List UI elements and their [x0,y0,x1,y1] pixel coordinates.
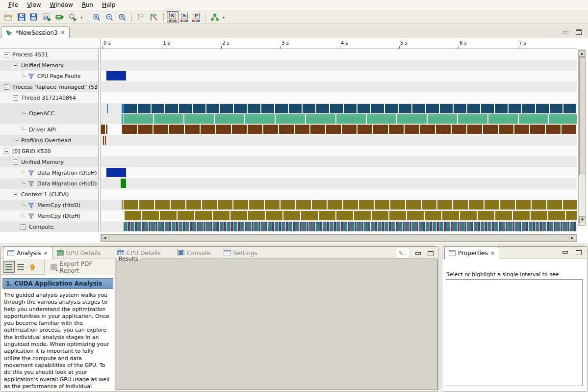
maximize-icon[interactable] [426,250,435,257]
lane-row-2[interactable] [101,71,577,81]
stream-coloring-button[interactable]: S [179,11,190,23]
up-level-icon[interactable] [26,261,38,273]
tree-row-cpu-page-faults[interactable]: CPU Page Faults [0,71,98,81]
tree-row-openacc[interactable]: OpenACC [0,103,98,124]
horizontal-scrollbar[interactable]: ◀ ▶ [101,234,577,242]
tree-row-driver-api[interactable]: Driver API [0,124,98,135]
zoom-out-icon[interactable] [103,11,116,23]
horizontal-scroll-thumb[interactable] [109,235,568,241]
lane-row-13[interactable] [101,200,577,210]
vertical-scroll-thumb[interactable] [579,57,586,174]
tree-row-memcpy-htod-[interactable]: MemCpy (HtoD) [0,200,98,210]
unguided-analysis-icon[interactable] [208,11,221,23]
tab-gpu-details[interactable]: GPU Details [53,247,105,259]
lane-row-15[interactable] [101,221,577,232]
lane-row-8[interactable] [101,146,577,157]
maximize-icon[interactable] [574,28,583,35]
flag-colored-icon[interactable] [148,11,160,23]
close-icon[interactable]: ✕ [61,29,65,36]
tree-row-data-migration-dtoh-[interactable]: Data Migration (DtoH) [0,167,98,178]
tree-row-unified-memory[interactable]: Unified Memory [0,157,98,167]
export-pdf-button[interactable]: Export PDF Report [44,260,114,275]
scroll-right-icon[interactable]: ▶ [569,235,576,241]
timeline-interval-bar[interactable] [122,114,123,124]
flag-outline-icon[interactable] [135,11,148,23]
collapse-icon[interactable] [4,84,9,90]
unguided-analysis-dropdown-icon[interactable]: ▾ [221,15,226,20]
menu-help[interactable]: Help [98,0,120,9]
tree-row-data-migration-htod-[interactable]: Data Migration (HtoD) [0,178,98,189]
lane-row-1[interactable] [101,60,577,71]
minimize-icon[interactable] [413,250,422,257]
profile-application-icon[interactable] [41,11,53,23]
timeline-interval-bar[interactable] [105,136,106,145]
show-timeline-icon[interactable] [53,11,66,23]
menu-file[interactable]: File [4,0,23,9]
collapse-icon[interactable] [13,63,18,68]
menu-run[interactable]: Run [77,0,98,9]
collapse-icon[interactable] [13,192,18,197]
scroll-left-icon[interactable]: ◀ [101,235,108,241]
timeline-interval-bar[interactable] [124,104,577,113]
collapse-icon[interactable] [13,159,18,165]
close-icon[interactable]: ✕ [490,250,495,257]
lane-row-0[interactable] [101,49,577,60]
timeline-interval-bar[interactable] [103,136,104,145]
lane-row-4[interactable] [101,92,577,103]
minimize-icon[interactable] [561,28,570,35]
lane-row-7[interactable] [101,135,577,146]
tree-row-context-1-cuda-[interactable]: Context 1 (CUDA) [0,189,98,200]
maximize-icon[interactable] [574,249,583,256]
pin-editor-icon[interactable]: ✎.. [396,248,409,259]
tab-analysis[interactable]: Analysis✕ [3,247,52,259]
timeline-interval-bar[interactable] [121,179,126,188]
timeline-interval-bar[interactable] [122,125,577,134]
save-icon[interactable] [15,11,28,23]
run-analysis-icon[interactable] [66,11,79,23]
tab-console[interactable]: Console [174,247,214,259]
lane-row-9[interactable] [101,157,577,167]
timeline-interval-bar[interactable] [106,125,107,134]
collapse-icon[interactable] [4,149,9,154]
run-analysis-dropdown-icon[interactable]: ▾ [79,15,84,20]
timeline-interval-bar[interactable] [106,71,126,80]
tree-row-memcpy-dtoh-[interactable]: MemCpy (DtoH) [0,210,98,221]
scroll-down-icon[interactable]: ▼ [579,216,586,223]
timeline-interval-bar[interactable] [122,200,123,209]
tree-row-profiling-overhead[interactable]: Profiling Overhead [0,135,98,146]
scroll-up-icon[interactable]: ▲ [579,50,585,57]
timeline-interval-bar[interactable] [101,125,105,134]
tree-row-thread-3172140864[interactable]: Thread 3172140864 [0,92,98,103]
lane-row-10[interactable] [101,167,577,178]
process-coloring-button[interactable]: P [190,11,202,23]
timeline-interval-bar[interactable] [124,222,577,231]
timeline-interval-bar[interactable] [124,200,577,209]
lane-row-6[interactable] [101,124,577,135]
zoom-in-icon[interactable] [90,11,103,23]
lane-row-14[interactable] [101,210,577,221]
menu-view[interactable]: View [23,0,45,9]
collapse-icon[interactable] [13,95,18,101]
menu-window[interactable]: Window [46,0,77,9]
kernel-coloring-button[interactable]: K [167,11,179,23]
new-session-icon[interactable] [2,11,15,23]
tree-row-process-laplace-managed-538-[interactable]: Process "laplace_managed" (538) [0,81,98,92]
tab-settings[interactable]: Settings [220,247,261,259]
save-all-icon[interactable] [28,11,41,23]
lane-row-5[interactable] [101,103,577,124]
guided-analysis-icon[interactable] [3,261,15,273]
unguided-analysis-list-icon[interactable] [15,261,26,273]
collapse-icon[interactable] [21,224,26,230]
lane-row-12[interactable] [101,189,577,200]
tree-row-unified-memory[interactable]: Unified Memory [0,60,98,71]
tree-row-compute[interactable]: Compute [0,221,98,232]
tree-row--0-grid-k520[interactable]: [0] GRID K520 [0,146,98,157]
lane-row-3[interactable] [101,81,577,92]
timeline-interval-bar[interactable] [107,104,108,113]
session-tab[interactable]: *NewSession3 ✕ [1,26,70,38]
lane-row-11[interactable] [101,178,577,189]
minimize-icon[interactable] [561,249,569,256]
tree-row-process-4531[interactable]: Process 4531 [0,49,98,60]
collapse-icon[interactable] [4,52,9,57]
timeline-interval-bar[interactable] [124,114,577,124]
